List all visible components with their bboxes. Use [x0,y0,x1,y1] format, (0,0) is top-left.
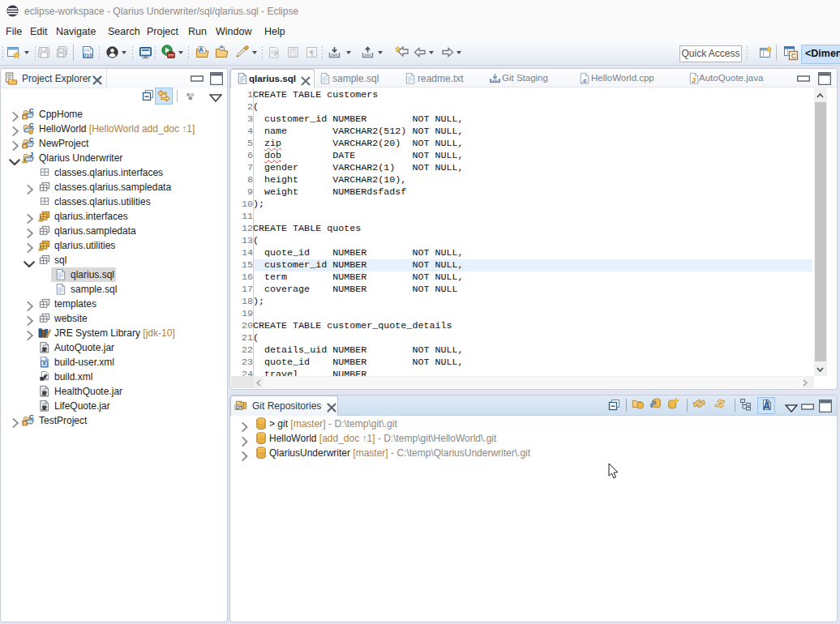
svg-text:C: C [29,122,34,129]
svg-text:C: C [29,137,34,143]
svg-text:C: C [791,52,797,60]
svg-text:¶: ¶ [310,49,314,58]
svg-text:J: J [29,152,33,158]
svg-text:010: 010 [84,53,93,58]
svg-text:.c: .c [581,77,587,84]
svg-text:X: X [42,361,46,366]
svg-text:J: J [692,76,696,84]
svg-text:C: C [29,414,34,421]
svg-text:GIT: GIT [236,406,242,410]
svg-text:C: C [29,108,34,114]
